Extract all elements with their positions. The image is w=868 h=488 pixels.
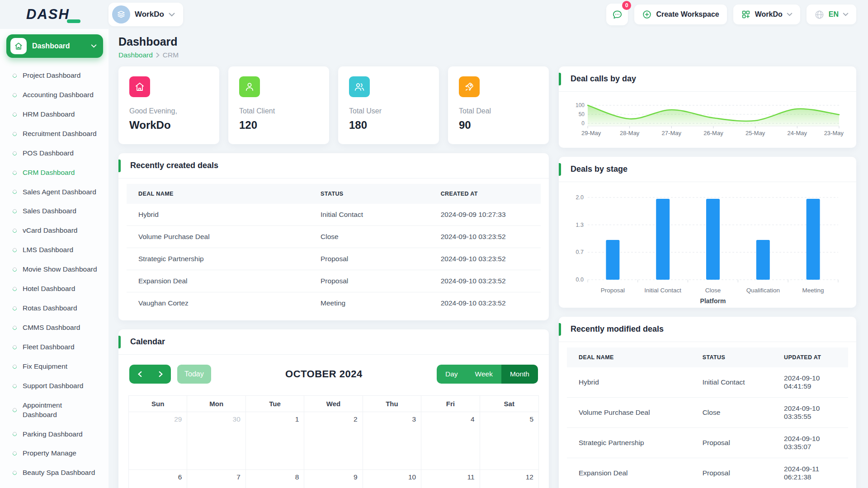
sidebar-item-label: Fix Equipment xyxy=(23,362,67,371)
sidebar-item-sales-dashboard[interactable]: Sales Dashboard xyxy=(0,202,108,221)
sidebar-item-project-dashboard[interactable]: Project Dashboard xyxy=(0,66,108,85)
calendar-view-week[interactable]: Week xyxy=(467,365,501,384)
bullet-icon xyxy=(12,209,18,215)
sidebar-item-fleet-dashboard[interactable]: Fleet Dashboard xyxy=(0,338,108,357)
bullet-icon xyxy=(12,305,18,311)
calendar-day-cell[interactable]: 11 xyxy=(421,470,480,488)
stat-value: WorkDo xyxy=(129,119,208,131)
sidebar-item-appointment-dashboard[interactable]: Appointment Dashboard xyxy=(0,396,108,425)
svg-text:100: 100 xyxy=(576,102,585,108)
area-chart-svg: 10050029-May28-May27-May26-May25-May24-M… xyxy=(570,99,844,142)
calendar-day-cell[interactable]: 9 xyxy=(304,470,363,488)
sidebar-item-recruitment-dashboard[interactable]: Recruitment Dashboard xyxy=(0,124,108,144)
table-row[interactable]: HybridInitial Contact2024-09-09 10:27:33 xyxy=(127,204,541,226)
calendar-day-cell[interactable]: 5 xyxy=(480,412,538,470)
sidebar-item-hrm-dashboard[interactable]: HRM Dashboard xyxy=(0,105,108,124)
sidebar-item-fix-equipment[interactable]: Fix Equipment xyxy=(0,357,108,376)
sidebar-item-label: Fleet Dashboard xyxy=(23,343,75,352)
calendar-day-cell[interactable]: 7 xyxy=(187,470,245,488)
table-cell: Close xyxy=(309,226,429,248)
bullet-icon xyxy=(12,325,18,331)
sidebar-item-movie-show-dashboard[interactable]: Movie Show Dashboard xyxy=(0,260,108,279)
section-title: Calendar xyxy=(130,337,165,347)
svg-text:Meeting: Meeting xyxy=(802,287,824,294)
table-row[interactable]: Strategic PartnershipProposal2024-09-10 … xyxy=(567,428,848,458)
stat-card-good-evening: Good Evening,WorkDo xyxy=(118,66,219,144)
calendar-day-cell[interactable]: 8 xyxy=(246,470,304,488)
sidebar-item-property-manage[interactable]: Property Manage xyxy=(0,444,108,463)
section-title: Recently created deals xyxy=(130,161,218,170)
table-cell: Hybrid xyxy=(567,367,691,398)
calendar-day-cell[interactable]: 6 xyxy=(129,470,187,488)
table-cell: Volume Purchase Deal xyxy=(127,226,309,248)
calendar-today-button[interactable]: Today xyxy=(177,365,211,384)
create-workspace-button[interactable]: Create Workspace xyxy=(634,5,726,24)
calendar-prev-button[interactable] xyxy=(129,365,150,384)
sidebar-item-label: HRM Dashboard xyxy=(23,110,75,119)
svg-text:27-May: 27-May xyxy=(662,130,682,136)
sidebar-item-beauty-spa-dashboard[interactable]: Beauty Spa Dashboard xyxy=(0,463,108,483)
apps-grid-icon xyxy=(741,9,751,19)
workspace-name: WorkDo xyxy=(135,10,164,19)
sidebar-item-rotas-dashboard[interactable]: Rotas Dashboard xyxy=(0,299,108,318)
calendar-view-month[interactable]: Month xyxy=(501,365,538,384)
table-row[interactable]: Expansion DealProposal2024-09-10 03:23:5… xyxy=(127,270,541,292)
calendar-day-cell[interactable]: 10Deal task One xyxy=(363,470,421,488)
table-cell: 2024-09-10 03:23:52 xyxy=(429,292,541,314)
table-row[interactable]: Expansion DealProposal2024-09-11 06:21:3… xyxy=(567,458,848,488)
dash-logo[interactable]: DASH xyxy=(0,6,108,23)
stat-card-total-user: Total User180 xyxy=(338,66,439,144)
sidebar-item-crm-dashboard[interactable]: CRM Dashboard xyxy=(0,163,108,183)
topbar-actions: 0 Create Workspace WorkDo EN xyxy=(606,4,856,25)
weekday-label: Wed xyxy=(304,396,363,412)
bullet-icon xyxy=(12,73,18,79)
sidebar-item-accounting-dashboard[interactable]: Accounting Dashboard xyxy=(0,85,108,105)
table-row[interactable]: Volume Purchase DealClose2024-09-10 03:2… xyxy=(127,226,541,248)
sidebar-item-sales-agent-dashboard[interactable]: Sales Agent Dashboard xyxy=(0,183,108,202)
stat-label: Total Deal xyxy=(459,107,538,115)
sidebar-item-vcard-dashboard[interactable]: vCard Dashboard xyxy=(0,221,108,240)
table-cell: 2024-09-10 03:23:52 xyxy=(429,270,541,292)
sidebar-item-parking-dashboard[interactable]: Parking Dashboard xyxy=(0,425,108,444)
workspace-menu-button[interactable]: WorkDo xyxy=(733,5,800,24)
table-row[interactable]: Vaughan CortezMeeting2024-09-10 03:23:52 xyxy=(127,292,541,314)
table-cell: 2024-09-10 03:23:52 xyxy=(429,226,541,248)
recent-modified-table: DEAL NAMESTATUSUPDATED ATHybridInitial C… xyxy=(567,347,848,488)
calendar-day-cell[interactable]: 4 xyxy=(421,412,480,470)
calendar-day-cell[interactable]: 12 xyxy=(480,470,538,488)
svg-text:0: 0 xyxy=(581,120,585,127)
breadcrumb-current: CRM xyxy=(163,51,179,59)
calendar-next-button[interactable] xyxy=(150,365,171,384)
sidebar-item-pos-dashboard[interactable]: POS Dashboard xyxy=(0,144,108,163)
globe-icon xyxy=(814,9,825,20)
sidebar-item-lms-dashboard[interactable]: LMS Dashboard xyxy=(0,240,108,260)
table-cell: Strategic Partnership xyxy=(127,248,309,270)
sidebar-item-dashboard[interactable]: Dashboard xyxy=(6,34,103,58)
sidebar-item-facilities-dashboard[interactable]: Facilities Dashboard xyxy=(0,483,108,488)
calendar-day-cell[interactable]: 30 xyxy=(187,412,245,470)
calendar-day-cell[interactable]: 3 xyxy=(363,412,421,470)
breadcrumb-root-link[interactable]: Dashboard xyxy=(118,51,153,59)
table-row[interactable]: HybridInitial Contact2024-09-10 04:41:59 xyxy=(567,367,848,398)
sidebar-item-support-dashboard[interactable]: Support Dashboard xyxy=(0,376,108,396)
calendar-view-day[interactable]: Day xyxy=(437,365,467,384)
sidebar-item-hotel-dashboard[interactable]: Hotel Dashboard xyxy=(0,279,108,299)
table-row[interactable]: Volume Purchase DealClose2024-09-10 03:3… xyxy=(567,398,848,428)
calendar-day-cell[interactable]: 2 xyxy=(304,412,363,470)
messages-button[interactable]: 0 xyxy=(606,4,628,25)
weekday-label: Sat xyxy=(480,396,538,412)
svg-text:26-May: 26-May xyxy=(703,130,723,136)
language-button[interactable]: EN xyxy=(807,5,856,24)
workspace-avatar xyxy=(112,5,130,23)
sidebar-item-label: Support Dashboard xyxy=(23,381,83,391)
deals-by-stage-chart: 2.01.30.70.0ProposalInitial ContactClose… xyxy=(559,182,856,308)
calendar-day-cell[interactable]: 1 xyxy=(246,412,304,470)
weekday-label: Thu xyxy=(363,396,421,412)
sidebar-item-label: Hotel Dashboard xyxy=(23,284,75,294)
workspace-selector[interactable]: WorkDo xyxy=(108,3,183,26)
table-cell: 2024-09-10 03:23:52 xyxy=(429,248,541,270)
calendar-day-cell[interactable]: 29 xyxy=(129,412,187,470)
table-row[interactable]: Strategic PartnershipProposal2024-09-10 … xyxy=(127,248,541,270)
sidebar-item-cmms-dashboard[interactable]: CMMS Dashboard xyxy=(0,318,108,338)
sidebar-item-label: vCard Dashboard xyxy=(23,226,77,235)
